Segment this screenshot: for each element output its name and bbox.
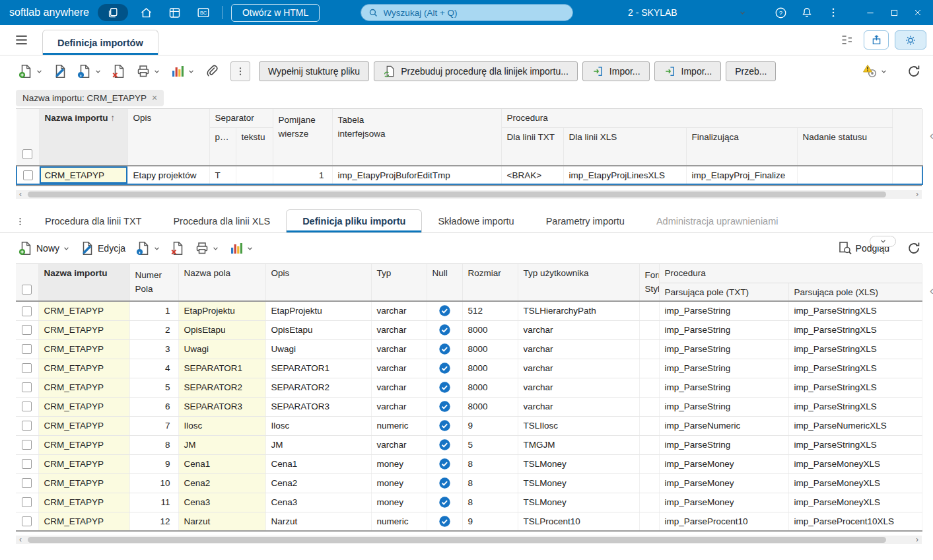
row-select-cell[interactable] <box>16 435 38 454</box>
cell-nazwa-importu[interactable]: CRM_ETAPYP <box>38 359 129 378</box>
scroll-left-button[interactable]: ‹ <box>16 190 25 199</box>
table-row[interactable]: CRM_ETAPYP 6 SEPARATOR3 SEPARATOR3 varch… <box>16 397 922 416</box>
cell-nazwa-pola[interactable]: Cena1 <box>178 454 265 473</box>
col-nazwa-pola[interactable]: Nazwa pola <box>178 264 265 301</box>
col-nadanie-statusu[interactable]: Nadanie statusu <box>797 127 892 166</box>
cell-rozmiar[interactable]: 9 <box>462 416 518 435</box>
col-tabela-interfejsowa[interactable]: Tabela interfejsowa <box>332 109 501 166</box>
row-checkbox[interactable] <box>22 459 32 469</box>
cell-opis[interactable]: Cena2 <box>265 473 371 493</box>
cell-numer-pola[interactable]: 9 <box>129 454 178 473</box>
cell-nazwa-importu[interactable]: CRM_ETAPYP <box>38 493 129 512</box>
cell-nazwa-importu[interactable]: CRM_ETAPYP <box>38 301 129 320</box>
cell-typ[interactable]: varchar <box>371 320 427 339</box>
cell-rozmiar[interactable]: 9 <box>462 512 518 531</box>
cell-parsujaca-pole-xls[interactable]: imp_ParseStringXLS <box>788 301 922 320</box>
cell-opis[interactable]: OpisEtapu <box>265 320 371 339</box>
menu-button[interactable] <box>8 25 34 55</box>
table-row[interactable]: CRM_ETAPYP 9 Cena1 Cena1 money 8 TSLMone… <box>16 454 922 473</box>
cell-parsujaca-pole-xls[interactable]: imp_ParseProcent10XLS <box>788 512 922 531</box>
cell-numer-pola[interactable]: 4 <box>129 359 178 378</box>
cell-nazwa-importu[interactable]: CRM_ETAPYP <box>38 473 129 493</box>
workspace-button[interactable] <box>98 4 128 21</box>
cell-parsujaca-pole-xls[interactable]: imp_ParseStringXLS <box>788 339 922 359</box>
cell-parsujaca-pole-xls[interactable]: imp_ParseStringXLS <box>788 435 922 454</box>
cell-typ[interactable]: varchar <box>371 435 427 454</box>
col-finalizujaca[interactable]: Finalizująca <box>686 127 797 166</box>
company-selector[interactable]: 2 - SKYLAB <box>628 7 747 18</box>
cell-rozmiar[interactable]: 8000 <box>462 359 518 378</box>
tab-parametry-importu[interactable]: Parametry importu <box>530 209 640 232</box>
cell-nazwa-importu[interactable]: CRM_ETAPYP <box>39 166 127 184</box>
cell-format-styl[interactable] <box>639 301 659 320</box>
cell-rozmiar[interactable]: 8 <box>462 493 518 512</box>
row-select-cell[interactable] <box>16 512 38 531</box>
cell-parsujaca-pole-txt[interactable]: imp_ParseString <box>659 301 788 320</box>
col-typ[interactable]: Typ <box>371 264 427 301</box>
cell-nazwa-pola[interactable]: Cena2 <box>178 473 265 493</box>
row-checkbox[interactable] <box>22 516 32 526</box>
cell-parsujaca-pole-txt[interactable]: imp_ParseNumeric <box>659 416 788 435</box>
cell-typ[interactable]: varchar <box>371 378 427 397</box>
cell-parsujaca-pole-xls[interactable]: imp_ParseMoneyXLS <box>788 473 922 493</box>
row-checkbox[interactable] <box>22 363 32 373</box>
cell-opis[interactable]: SEPARATOR1 <box>265 359 371 378</box>
cell-typ[interactable]: money <box>371 493 427 512</box>
table-row[interactable]: CRM_ETAPYP 5 SEPARATOR2 SEPARATOR2 varch… <box>16 378 922 397</box>
cell-nazwa-importu[interactable]: CRM_ETAPYP <box>38 378 129 397</box>
rebuild-procedure-button[interactable]: Przebuduj procedurę dla linijek importu.… <box>374 61 578 81</box>
select-all-checkbox[interactable] <box>22 149 32 159</box>
delete-import-button[interactable] <box>109 61 129 81</box>
scroll-right-button[interactable]: › <box>913 536 922 544</box>
table-row[interactable]: CRM_ETAPYP 4 SEPARATOR1 SEPARATOR1 varch… <box>16 359 922 378</box>
refresh-button[interactable] <box>904 61 924 81</box>
cell-typ-uzytkownika[interactable]: TMGJM <box>518 435 639 454</box>
cell-null[interactable] <box>427 339 462 359</box>
table-row[interactable]: CRM_ETAPYP 8 JM JM varchar 5 TMGJM imp_P… <box>16 435 922 454</box>
cell-separator-pola[interactable]: T <box>209 166 236 184</box>
cell-finalizujaca[interactable]: imp_EtapyProj_Finalize <box>686 166 797 184</box>
tab-administracja-uprawnieniami[interactable]: Administracja uprawnieniami <box>640 209 794 232</box>
cell-parsujaca-pole-xls[interactable]: imp_ParseStringXLS <box>788 378 922 397</box>
cell-typ[interactable]: varchar <box>371 397 427 416</box>
cell-typ-uzytkownika[interactable]: TSLMoney <box>518 493 639 512</box>
cell-opis[interactable]: Ilosc <box>265 416 371 435</box>
cell-null[interactable] <box>427 512 462 531</box>
row-select-cell[interactable] <box>16 454 38 473</box>
cell-opis[interactable]: Narzut <box>265 512 371 531</box>
cell-typ-uzytkownika[interactable]: varchar <box>518 320 639 339</box>
cell-parsujaca-pole-xls[interactable]: imp_ParseStringXLS <box>788 359 922 378</box>
cell-numer-pola[interactable]: 5 <box>129 378 178 397</box>
scroll-track[interactable] <box>25 536 913 544</box>
row-checkbox[interactable] <box>22 440 32 450</box>
cell-null[interactable] <box>427 397 462 416</box>
scroll-track[interactable] <box>25 190 913 199</box>
cell-numer-pola[interactable]: 2 <box>129 320 178 339</box>
home-button[interactable] <box>137 3 156 22</box>
cell-nazwa-importu[interactable]: CRM_ETAPYP <box>38 512 129 531</box>
cell-null[interactable] <box>427 454 462 473</box>
cell-typ-uzytkownika[interactable]: TSLProcent10 <box>518 512 639 531</box>
cell-typ[interactable]: money <box>371 454 427 473</box>
help-button[interactable]: ? <box>771 3 790 22</box>
cell-format-styl[interactable] <box>639 397 659 416</box>
cell-nazwa-pola[interactable]: SEPARATOR3 <box>178 397 265 416</box>
row-select-cell[interactable] <box>17 166 39 184</box>
cell-typ[interactable]: varchar <box>371 359 427 378</box>
cell-nazwa-pola[interactable]: Cena3 <box>178 493 265 512</box>
cell-typ[interactable]: varchar <box>371 301 427 320</box>
cell-parsujaca-pole-xls[interactable]: imp_ParseMoneyXLS <box>788 493 922 512</box>
cell-rozmiar[interactable]: 512 <box>462 301 518 320</box>
filter-chip[interactable]: Nazwa importu: CRM_ETAPYP × <box>16 90 164 106</box>
cell-numer-pola[interactable]: 6 <box>129 397 178 416</box>
cell-nazwa-pola[interactable]: SEPARATOR1 <box>178 359 265 378</box>
row-select-cell[interactable] <box>16 416 38 435</box>
cell-rozmiar[interactable]: 8000 <box>462 320 518 339</box>
collapse-panel-button[interactable] <box>870 236 896 247</box>
cell-parsujaca-pole-txt[interactable]: imp_ParseMoney <box>659 473 788 493</box>
cell-format-styl[interactable] <box>639 454 659 473</box>
row-select-cell[interactable] <box>16 301 38 320</box>
cell-typ-uzytkownika[interactable]: varchar <box>518 397 639 416</box>
cell-parsujaca-pole-txt[interactable]: imp_ParseString <box>659 397 788 416</box>
table-row[interactable]: CRM_ETAPYP 11 Cena3 Cena3 money 8 TSLMon… <box>16 493 922 512</box>
